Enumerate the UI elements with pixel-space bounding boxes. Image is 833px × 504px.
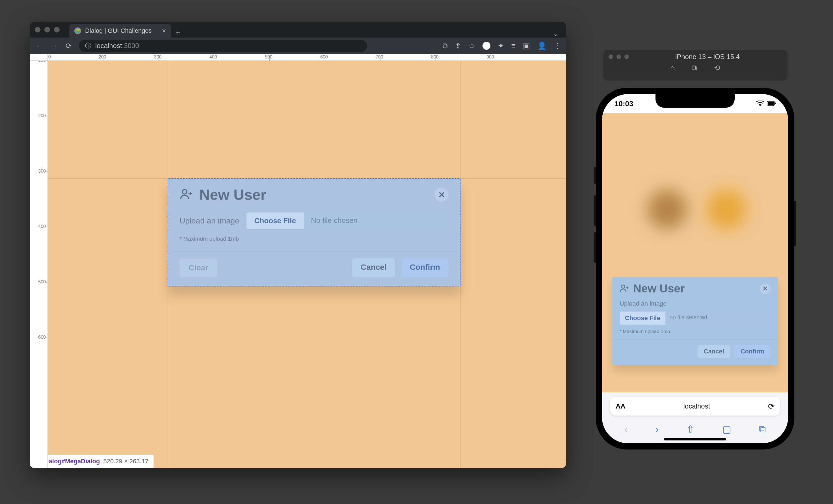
blurred-avatar-icon [707, 190, 746, 229]
notch [656, 94, 735, 108]
ruler-tick: 800 [431, 54, 439, 59]
safari-address-bar[interactable]: AA localhost ⟳ [610, 397, 780, 415]
window-close-button[interactable] [35, 27, 41, 32]
devtools-selector: dialog#MegaDialog [43, 458, 100, 465]
upload-hint: * Maximum upload 1mb [180, 235, 449, 242]
blurred-avatar-icon [647, 190, 687, 229]
ruler-tick: 200 [38, 113, 46, 118]
battery-icon [767, 99, 776, 108]
svg-rect-5 [768, 102, 774, 105]
ruler-tick: 600 [38, 335, 46, 340]
sim-home-icon[interactable]: ⌂ [670, 64, 675, 72]
open-external-icon[interactable]: ⧉ [443, 42, 448, 50]
upload-hint: * Maximum upload 1mb [620, 329, 770, 334]
reload-button[interactable]: ⟳ [64, 42, 73, 50]
safari-url: localhost [625, 402, 768, 410]
share-icon[interactable]: ⇪ [455, 42, 461, 50]
safari-back-button[interactable]: ‹ [624, 424, 627, 435]
tab-strip: 🧩 Dialog | GUI Challenges × + ⌄ [69, 22, 561, 37]
window-maximize-button[interactable] [54, 27, 60, 32]
mobile-mega-dialog: New User ✕ Upload an image Choose File n… [612, 277, 778, 365]
bookmark-icon[interactable]: ☆ [469, 42, 475, 50]
reload-icon[interactable]: ⟳ [768, 402, 775, 411]
browser-toolbar: ← → ⟳ ⓘ localhost:3000 ⧉ ⇪ ☆ ✦ ≡ ▣ 👤 ⋮ [30, 37, 566, 54]
safari-page: New User ✕ Upload an image Choose File n… [602, 113, 788, 393]
extensions-icon[interactable]: ✦ [498, 42, 504, 50]
tab-close-button[interactable]: × [162, 27, 166, 35]
devtools-element-badge[interactable]: ▦ dialog#MegaDialog 520.29 × 263.17 [30, 455, 154, 468]
user-add-icon [620, 283, 629, 294]
tab-list-button[interactable]: ⌄ [550, 30, 561, 37]
media-icon[interactable]: ≡ [511, 42, 516, 50]
confirm-button[interactable]: Confirm [734, 345, 770, 358]
window-traffic-lights [35, 27, 60, 32]
home-indicator[interactable] [664, 438, 726, 440]
ruler-tick: 300 [154, 54, 162, 59]
site-info-icon[interactable]: ⓘ [85, 42, 91, 50]
safari-share-button[interactable]: ⇧ [686, 424, 694, 435]
window-minimize-button[interactable] [44, 27, 50, 32]
profile-icon[interactable]: 👤 [537, 42, 546, 50]
ruler-tick: 400 [210, 54, 217, 59]
ruler-tick: 400 [38, 224, 46, 229]
ruler-horizontal: 100 200 300 400 500 600 700 800 900 [48, 54, 566, 61]
mega-dialog: New User ✕ Upload an image Choose File N… [168, 178, 460, 286]
simulator-title: iPhone 13 – iOS 15.4 [633, 53, 782, 61]
clear-button[interactable]: Clear [180, 258, 217, 277]
safari-tabs-button[interactable]: ⧉ [759, 424, 766, 435]
dialog-body: Upload an image Choose File No file chos… [168, 208, 460, 245]
file-placeholder: no file selected [666, 311, 770, 325]
safari-forward-button[interactable]: › [656, 424, 659, 435]
cancel-button[interactable]: Cancel [352, 258, 395, 277]
sim-close-button[interactable] [609, 54, 613, 59]
sim-screenshot-icon[interactable]: ⧉ [692, 64, 697, 72]
safari-bottom-bar: AA localhost ⟳ ‹ › ⇧ ▢ ⧉ [602, 393, 788, 443]
forward-button[interactable]: → [49, 42, 58, 50]
ruler-tick: 900 [486, 54, 494, 59]
ruler-tick: 300 [38, 169, 46, 174]
devices-icon[interactable]: ▣ [523, 42, 530, 50]
ruler-tick: 500 [265, 54, 272, 59]
back-button[interactable]: ← [35, 42, 44, 50]
upload-label: Upload an image [620, 300, 770, 307]
phone-screen: 10:03 New User ✕ Upload an image Cho [602, 94, 788, 443]
choose-file-button[interactable]: Choose File [246, 212, 304, 229]
dialog-footer: Clear Cancel Confirm [168, 251, 460, 286]
upload-label: Upload an image [180, 217, 239, 225]
ruler-tick: 700 [376, 54, 383, 59]
extension-icon[interactable] [482, 42, 491, 50]
sim-maximize-button[interactable] [624, 54, 629, 59]
sim-minimize-button[interactable] [617, 54, 621, 59]
ruler-tick: 500 [38, 279, 46, 284]
safari-bookmarks-button[interactable]: ▢ [722, 424, 731, 435]
menu-icon[interactable]: ⋮ [554, 42, 561, 50]
status-time: 10:03 [615, 99, 634, 108]
ruler-vertical: 100 200 300 400 500 600 [30, 61, 48, 468]
window-titlebar: 🧩 Dialog | GUI Challenges × + ⌄ [30, 22, 566, 37]
choose-file-button[interactable]: Choose File [620, 311, 666, 325]
toolbar-right: ⧉ ⇪ ☆ ✦ ≡ ▣ 👤 ⋮ [443, 42, 561, 50]
browser-viewport: 100 200 300 400 500 600 700 800 900 100 … [30, 54, 566, 468]
dialog-close-button[interactable]: ✕ [760, 283, 770, 294]
file-placeholder: No file chosen [304, 212, 449, 229]
address-bar[interactable]: ⓘ localhost:3000 [79, 40, 367, 52]
confirm-button[interactable]: Confirm [401, 258, 449, 277]
svg-rect-6 [775, 103, 776, 104]
simulator-window-lights [609, 54, 629, 59]
new-tab-button[interactable]: + [171, 28, 185, 37]
dialog-title: New User [633, 282, 685, 295]
chrome-browser-window: 🧩 Dialog | GUI Challenges × + ⌄ ← → ⟳ ⓘ … [30, 22, 566, 468]
ruler-tick: 200 [99, 54, 106, 59]
svg-point-7 [622, 285, 625, 288]
dialog-title: New User [199, 186, 266, 203]
file-input[interactable]: Choose File no file selected [620, 311, 770, 325]
cancel-button[interactable]: Cancel [698, 345, 730, 358]
iphone-device: 10:03 New User ✕ Upload an image Cho [596, 88, 794, 450]
browser-tab[interactable]: 🧩 Dialog | GUI Challenges × [69, 24, 171, 37]
dialog-close-button[interactable]: ✕ [434, 187, 449, 202]
page-content: New User ✕ Upload an image Choose File N… [48, 61, 566, 468]
file-input[interactable]: Choose File No file chosen [246, 212, 449, 229]
text-size-icon[interactable]: AA [616, 402, 625, 410]
svg-point-3 [760, 105, 761, 106]
sim-rotate-icon[interactable]: ⟲ [714, 64, 720, 72]
